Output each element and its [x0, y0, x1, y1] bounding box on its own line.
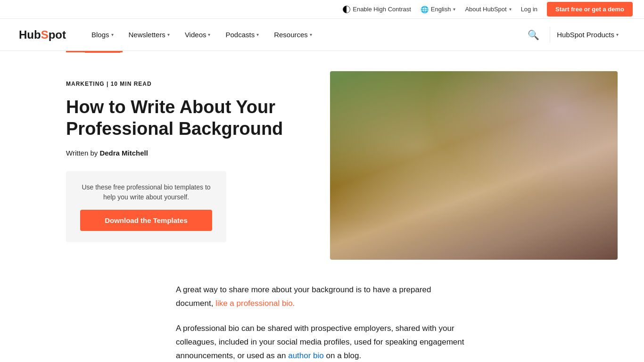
nav-item-newsletters[interactable]: Newsletters ▾ [122, 27, 176, 42]
article-title: How to Write About Your Professional Bac… [66, 97, 311, 140]
language-chevron-icon: ▾ [453, 7, 455, 12]
globe-icon: 🌐 [421, 6, 429, 13]
hubspot-logo[interactable]: HubSpot [19, 28, 66, 41]
written-by: Written by Dedra Mitchell [66, 149, 311, 157]
paragraph2-after: on a blog. [326, 351, 362, 360]
top-bar-left: Enable High Contrast 🌐 English ▾ About H… [343, 2, 633, 16]
blogs-chevron-icon: ▾ [111, 32, 114, 37]
nav-item-hubspot-products[interactable]: HubSpot Products ▾ [550, 27, 625, 42]
products-label: HubSpot Products [557, 31, 614, 39]
resources-chevron-icon: ▾ [310, 32, 312, 37]
article-paragraph-2: A professional bio can be shared with pr… [176, 322, 468, 362]
about-hubspot-link[interactable]: About HubSpot ▾ [465, 6, 511, 13]
hero-section: MARKETING | 10 MIN READ How to Write Abo… [0, 52, 644, 260]
products-chevron-icon: ▾ [616, 32, 619, 37]
cta-box: Use these free professional bio template… [66, 171, 226, 242]
about-label: About HubSpot [465, 6, 506, 13]
cta-description: Use these free professional bio template… [80, 182, 212, 202]
nav-item-blogs[interactable]: Blogs ▾ [85, 27, 120, 42]
top-bar: Enable High Contrast 🌐 English ▾ About H… [0, 0, 644, 19]
nav-item-podcasts[interactable]: Podcasts ▾ [219, 27, 265, 42]
language-label: English [431, 6, 451, 13]
videos-chevron-icon: ▾ [208, 32, 210, 37]
hero-image [330, 71, 618, 260]
author-bio-link[interactable]: author bio [288, 351, 324, 360]
nav-item-videos[interactable]: Videos ▾ [178, 27, 217, 42]
download-templates-button[interactable]: Download the Templates [80, 210, 212, 231]
logo-spot: S [41, 28, 49, 41]
article-meta: MARKETING | 10 MIN READ [66, 81, 311, 87]
high-contrast-toggle[interactable]: Enable High Contrast [343, 6, 411, 13]
author-name: Dedra Mitchell [99, 149, 148, 157]
article-body: A great way to share more about your bac… [166, 283, 478, 362]
search-icon: 🔍 [528, 30, 539, 40]
nav-item-resources[interactable]: Resources ▾ [267, 27, 319, 42]
newsletters-label: Newsletters [129, 31, 165, 39]
hero-left: MARKETING | 10 MIN READ How to Write Abo… [66, 71, 311, 242]
contrast-label: Enable High Contrast [353, 6, 411, 13]
podcasts-label: Podcasts [225, 31, 255, 39]
professional-bio-link[interactable]: like a professional bio. [215, 299, 295, 308]
login-label: Log in [521, 6, 537, 13]
written-by-prefix: Written by [66, 149, 98, 157]
logo-text: HubSpot [19, 28, 66, 41]
login-link[interactable]: Log in [521, 6, 537, 13]
videos-label: Videos [185, 31, 206, 39]
article-paragraph-1: A great way to share more about your bac… [176, 283, 468, 311]
paragraph1-text: A great way to share more about your bac… [176, 285, 431, 308]
blogs-label: Blogs [91, 31, 109, 39]
newsletters-chevron-icon: ▾ [167, 32, 170, 37]
start-cta-button[interactable]: Start free or get a demo [547, 2, 633, 16]
nav-items: Blogs ▾ Newsletters ▾ Videos ▾ Podcasts … [85, 25, 625, 44]
hero-image-inner [330, 71, 618, 260]
search-button[interactable]: 🔍 [524, 25, 543, 44]
about-chevron-icon: ▾ [509, 7, 512, 12]
language-selector[interactable]: 🌐 English ▾ [421, 6, 456, 13]
resources-label: Resources [274, 31, 308, 39]
hero-right [330, 71, 618, 260]
contrast-icon [343, 6, 350, 13]
navbar: HubSpot Blogs ▾ Newsletters ▾ Videos ▾ P… [0, 19, 644, 51]
podcasts-chevron-icon: ▾ [256, 32, 259, 37]
